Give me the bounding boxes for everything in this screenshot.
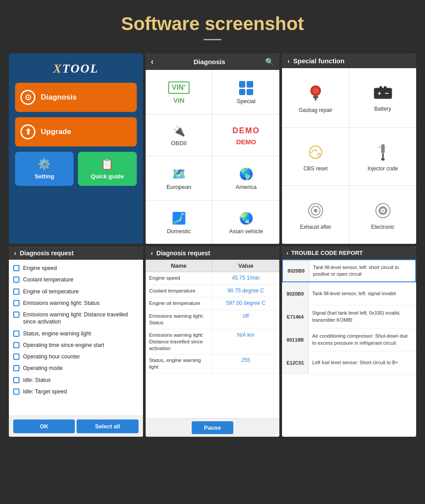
svg-rect-5	[379, 86, 382, 88]
dreq-ok-button[interactable]: OK	[13, 419, 75, 433]
special-function-grid: Gasbag repair + − Battery	[282, 68, 416, 244]
vin-icon: VIN+	[168, 81, 189, 94]
demo-button[interactable]: DEMO DEMO	[212, 115, 279, 156]
dreq-checkbox-coolant[interactable]	[13, 277, 19, 283]
exhaust-after-icon	[307, 202, 325, 221]
dreq-checkbox-emissions-dist[interactable]	[13, 312, 19, 318]
trouble-back-button[interactable]: ‹	[286, 250, 288, 256]
dreq-select-all-button[interactable]: Select all	[77, 419, 138, 433]
dreq-checkbox-oil-temp[interactable]	[13, 289, 19, 295]
list-item[interactable]: Engine oil temperature	[9, 286, 143, 297]
dreq-list-header-title: Diagnosis request	[20, 250, 73, 257]
list-item[interactable]: Engine speed	[9, 262, 143, 274]
setting-icon: ⚙️	[38, 158, 51, 170]
dreq-checkbox-engine-warn[interactable]	[13, 331, 19, 337]
dtable-value-oil-temp: 597.00 degree C	[212, 297, 279, 310]
trouble-header-title: TROUBLE CODE REPORT	[291, 250, 363, 256]
list-item[interactable]: Coolant temperature	[9, 274, 143, 285]
list-item[interactable]: Idle: Status	[9, 374, 143, 386]
special-back-button[interactable]: ‹	[287, 57, 290, 65]
setting-button[interactable]: ⚙️ Setting	[15, 152, 73, 186]
dreq-checkbox-idle-status[interactable]	[13, 377, 19, 383]
demo-label: DEMO	[236, 138, 256, 146]
gasbag-repair-button[interactable]: Gasbag repair	[282, 68, 349, 127]
america-label: America	[236, 184, 257, 190]
dtable-rows: Engine speed 45.75 1/min Coolant tempera…	[146, 272, 280, 373]
trouble-code-e12c01: E12C01	[282, 351, 309, 374]
cbs-reset-button[interactable]: CBS reset	[282, 128, 349, 186]
domestic-button[interactable]: 🗾 Domestic	[146, 200, 212, 244]
list-item[interactable]: Emissions warning light: Distance travel…	[9, 309, 143, 328]
svg-point-21	[382, 210, 384, 212]
list-item[interactable]: Operating mode	[9, 362, 143, 374]
dreq-checkbox-op-time[interactable]	[13, 342, 19, 348]
special-button[interactable]: Special	[212, 70, 279, 114]
european-button[interactable]: 🗺️ European	[146, 156, 212, 200]
battery-button[interactable]: + − Battery	[349, 68, 416, 127]
trouble-desc-e12c01: Left fuel level sensor: Short circuit to…	[309, 351, 416, 374]
quickguide-label: Quick guide	[91, 173, 124, 180]
diagnosis-search-button[interactable]: 🔍	[265, 58, 274, 66]
trouble-row-8020b8: 8020B8 Tank fill-level sensor, left: sho…	[282, 259, 416, 282]
dtable-name-engine-warn: Status, engine warning light	[146, 354, 212, 373]
domestic-icon: 🗾	[172, 212, 186, 225]
trouble-desc-8020b8: Tank fill-level sensor, left: short circ…	[309, 260, 415, 281]
asian-vehicle-icon: 🌏	[239, 212, 253, 225]
diagnosis-header: ‹ Diagnosis 🔍	[146, 54, 280, 70]
trouble-code-80118b: 80118B	[282, 328, 309, 351]
dreq-items-list: Engine speed Coolant temperature Engine …	[9, 260, 143, 416]
quickguide-button[interactable]: 📋 Quick guide	[78, 152, 136, 186]
xtool-logo: XTOOL	[15, 62, 137, 76]
obdii-button[interactable]: 🔌 OBDII	[146, 115, 212, 156]
exhaust-after-button[interactable]: Exhaust after	[282, 186, 349, 244]
list-item[interactable]: Operating time since engine start	[9, 339, 143, 351]
diagnosis-grid: VIN+ VIN Special 🔌 OBDII DEMO DEMO	[146, 70, 280, 244]
asian-vehicle-label: Asian vehicle	[229, 228, 263, 235]
dtable-name-engine-speed: Engine speed	[146, 272, 212, 285]
america-button[interactable]: 🌎 America	[212, 156, 279, 200]
dtable-pause-button[interactable]: Pause	[192, 421, 233, 434]
dtable-name-emissions-status: Emissions warning light: Status	[146, 310, 212, 329]
trouble-header: ‹ TROUBLE CODE REPORT	[282, 246, 416, 259]
asian-vehicle-button[interactable]: 🌏 Asian vehicle	[212, 200, 279, 244]
vin-button[interactable]: VIN+ VIN	[146, 70, 212, 114]
list-item[interactable]: Status, engine warning light	[9, 328, 143, 339]
dtable-value-emissions-dist: N/A km	[212, 329, 279, 354]
list-item[interactable]: Operating hour counter	[9, 351, 143, 362]
cbs-reset-label: CBS reset	[303, 165, 328, 172]
svg-point-1	[313, 88, 319, 94]
dtable-back-button[interactable]: ‹	[151, 250, 153, 257]
dreq-list-header: ‹ Diagnosis request	[9, 246, 143, 260]
dreq-checkbox-op-mode[interactable]	[13, 365, 19, 371]
dreq-item-label: Operating mode	[23, 365, 63, 372]
dreq-checkbox-idle-speed[interactable]	[13, 389, 19, 395]
dreq-checkbox-emissions-status[interactable]	[13, 300, 19, 306]
svg-point-17	[314, 209, 317, 212]
exhaust-after-label: Exhaust after	[300, 224, 331, 230]
trouble-desc-e71464: Signal (fuel tank level left, 0x330) inv…	[309, 305, 416, 328]
svg-rect-6	[384, 86, 386, 88]
table-row: Emissions warning light: Status off	[146, 310, 280, 329]
trouble-code-e71464: E71464	[282, 305, 309, 328]
dreq-checkbox-op-hour[interactable]	[13, 354, 19, 360]
dreq-item-label: Operating time since engine start	[23, 342, 104, 349]
svg-rect-14	[379, 146, 381, 148]
dreq-item-label: Coolant temperature	[23, 276, 73, 283]
dreq-item-label: Emissions warning light: Distance travel…	[23, 311, 139, 326]
dtable-name-emissions-dist: Emissions warning light: Distance travel…	[146, 329, 212, 354]
list-item[interactable]: Emissions warning light: Status	[9, 297, 143, 309]
dreq-checkbox-engine-speed[interactable]	[13, 265, 19, 271]
dreq-item-label: Operating hour counter	[23, 353, 80, 360]
diagnosis-button[interactable]: ⊙ Diagnosis	[15, 83, 137, 112]
special-header-title: Special function	[293, 57, 344, 65]
electronic-button[interactable]: Electronic	[349, 186, 416, 244]
upgrade-label: Upgrade	[41, 127, 71, 136]
upgrade-icon: ⬆	[20, 124, 35, 139]
table-row: Status, engine warning light 255	[146, 354, 280, 373]
diagnosis-back-button[interactable]: ‹	[151, 57, 154, 66]
injector-code-button[interactable]: Injector code	[349, 128, 416, 186]
gasbag-repair-label: Gasbag repair	[299, 107, 332, 113]
dreq-list-back-button[interactable]: ‹	[14, 250, 16, 257]
upgrade-button[interactable]: ⬆ Upgrade	[15, 117, 137, 146]
list-item[interactable]: Idle: Target speed	[9, 386, 143, 397]
